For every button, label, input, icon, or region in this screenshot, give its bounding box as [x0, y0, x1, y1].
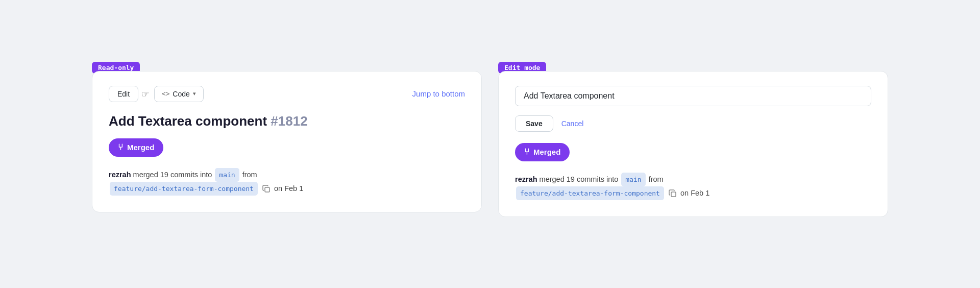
pr-title-text: Add Textarea component — [109, 113, 267, 129]
copy-icon-left[interactable] — [262, 185, 271, 193]
svg-rect-0 — [265, 187, 270, 192]
code-button[interactable]: <> Code ▾ — [154, 86, 204, 102]
pr-number: #1812 — [271, 113, 307, 129]
merged-badge-left: ⑂ Merged — [109, 138, 163, 157]
branch-main-right[interactable]: main — [621, 173, 645, 186]
commit-from-right: from — [649, 175, 664, 183]
left-panel: Edit ☞ <> Code ▾ Jump to bottom Add Text… — [92, 71, 482, 213]
right-panel-container: Edit mode Save Cancel ⑂ Merged rezrah me… — [498, 71, 888, 218]
commit-count-left: 19 — [160, 171, 168, 179]
edit-button[interactable]: Edit — [109, 86, 138, 102]
cursor-hand-icon: ☞ — [141, 89, 149, 100]
commit-date-right: on Feb 1 — [680, 189, 709, 197]
commit-author-left: rezrah — [109, 171, 131, 179]
commit-unit-right: commits into — [577, 175, 620, 183]
commit-count-right: 19 — [567, 175, 575, 183]
commit-info-right: rezrah merged 19 commits into main from … — [515, 173, 871, 201]
pr-title: Add Textarea component #1812 — [109, 113, 465, 129]
cancel-button[interactable]: Cancel — [561, 119, 584, 128]
chevron-down-icon: ▾ — [193, 90, 196, 97]
copy-icon-right[interactable] — [669, 189, 677, 198]
branch-feature-right[interactable]: feature/add-textarea-form-component — [516, 186, 664, 200]
merged-label-right: Merged — [533, 148, 560, 156]
title-input[interactable] — [515, 86, 871, 106]
commit-from-left: from — [242, 171, 257, 179]
branch-feature-left[interactable]: feature/add-textarea-form-component — [110, 182, 258, 196]
commit-info-left: rezrah merged 19 commits into main from … — [109, 168, 465, 196]
svg-rect-1 — [671, 192, 676, 197]
merged-label-left: Merged — [127, 143, 154, 152]
save-button[interactable]: Save — [515, 115, 553, 132]
code-button-label: Code — [173, 90, 189, 98]
page-wrapper: Read-only Edit ☞ <> Code ▾ Jump to botto… — [92, 71, 888, 218]
left-panel-container: Read-only Edit ☞ <> Code ▾ Jump to botto… — [92, 71, 482, 218]
jump-to-bottom-link[interactable]: Jump to bottom — [412, 89, 465, 98]
left-toolbar: Edit ☞ <> Code ▾ Jump to bottom — [109, 86, 465, 102]
commit-verb-left: merged — [133, 171, 160, 179]
edit-button-label: Edit — [117, 90, 130, 98]
commit-date-left: on Feb 1 — [274, 184, 303, 193]
branch-main-left[interactable]: main — [215, 168, 239, 182]
code-bracket-icon: <> — [162, 90, 169, 98]
edit-actions: Save Cancel — [515, 115, 871, 132]
merge-icon-left: ⑂ — [118, 142, 123, 153]
right-panel: Save Cancel ⑂ Merged rezrah merged 19 co… — [498, 71, 888, 218]
commit-author-right: rezrah — [515, 175, 537, 183]
commit-unit-left: commits into — [170, 171, 214, 179]
merged-badge-right: ⑂ Merged — [515, 143, 570, 161]
commit-verb-right: merged — [540, 175, 567, 183]
merge-icon-right: ⑂ — [524, 147, 529, 157]
